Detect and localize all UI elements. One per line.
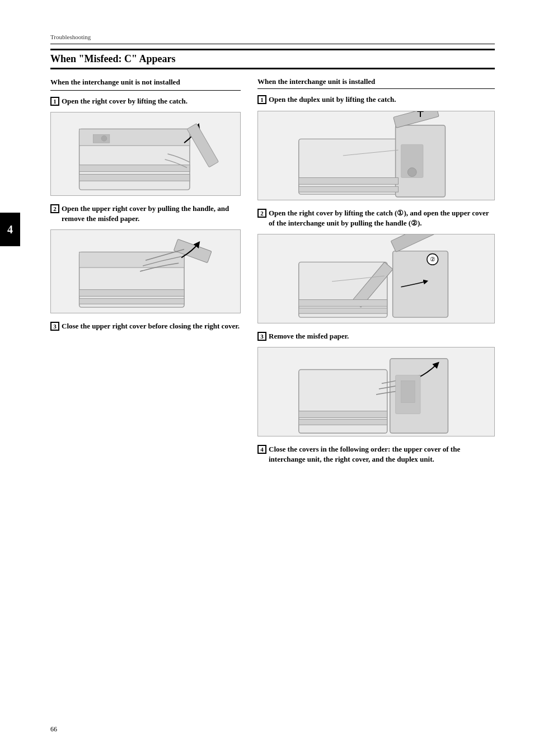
left-step-3: 3 Close the upper right cover before clo… — [50, 321, 241, 331]
step-number-icon: 1 — [50, 97, 59, 106]
right-subsection-title: When the interchange unit is installed — [257, 77, 495, 89]
step-number-3-icon: 3 — [50, 322, 59, 331]
svg-rect-23 — [393, 251, 448, 318]
svg-rect-11 — [79, 298, 184, 304]
right-step-1: 1 Open the duplex unit by lifting the ca… — [257, 95, 495, 105]
left-illus-1-svg — [51, 112, 240, 195]
left-illustration-1 — [50, 112, 241, 196]
step-3-text: Close the upper right cover before closi… — [62, 321, 241, 331]
step-2-text: Open the upper right cover by pulling th… — [62, 204, 241, 224]
left-step-1: 1 Open the right cover by lifting the ca… — [50, 96, 241, 106]
right-illustration-2: ① ② — [257, 234, 495, 323]
svg-point-18 — [407, 167, 416, 176]
svg-rect-2 — [79, 174, 190, 181]
right-illus-1-svg — [258, 111, 494, 200]
right-column: When the interchange unit is installed 1… — [257, 77, 495, 470]
svg-rect-10 — [79, 290, 184, 297]
right-step-3: 3 Remove the misfed paper. — [257, 331, 495, 341]
svg-text:②: ② — [430, 256, 435, 262]
left-subsection-title: When the interchange unit is not install… — [50, 77, 241, 90]
right-step-3-icon: 3 — [257, 332, 266, 341]
right-step-4-text: Close the covers in the following order:… — [269, 444, 495, 464]
step-1-text: Open the right cover by lifting the catc… — [62, 96, 241, 106]
svg-rect-28 — [299, 308, 387, 313]
step-number-2-icon: 2 — [50, 204, 59, 213]
svg-rect-15 — [299, 177, 399, 184]
right-step-2-text: Open the right cover by lifting the catc… — [269, 208, 495, 228]
page-container: Troubleshooting 4 When "Misfeed: C" Appe… — [0, 0, 534, 756]
right-illus-2-svg: ① ② — [258, 234, 494, 323]
left-column: When the interchange unit is not install… — [50, 77, 241, 470]
right-step-4-icon: 4 — [257, 445, 266, 454]
right-illus-3-svg — [258, 348, 494, 436]
right-step-2-icon: 2 — [257, 209, 266, 218]
right-step-3-text: Remove the misfed paper. — [269, 331, 495, 341]
section-title: When "Misfeed: C" Appears — [50, 49, 495, 69]
left-illus-2-svg — [51, 230, 240, 313]
chapter-tab: 4 — [0, 213, 20, 246]
svg-rect-32 — [299, 420, 387, 425]
breadcrumb: Troubleshooting — [50, 34, 495, 44]
breadcrumb-text: Troubleshooting — [50, 34, 91, 40]
svg-rect-24 — [391, 234, 441, 252]
right-illustration-3 — [257, 347, 495, 436]
svg-rect-12 — [299, 139, 399, 194]
right-step-2: 2 Open the right cover by lifting the ca… — [257, 208, 495, 228]
svg-rect-16 — [299, 186, 399, 192]
right-step-1-icon: 1 — [257, 95, 266, 104]
right-step-4: 4 Close the covers in the following orde… — [257, 444, 495, 464]
svg-rect-27 — [299, 299, 387, 306]
svg-rect-31 — [299, 411, 387, 418]
page-number: 66 — [50, 725, 57, 734]
right-step-1-text: Open the duplex unit by lifting the catc… — [269, 95, 495, 105]
main-content: When the interchange unit is not install… — [50, 77, 495, 470]
svg-rect-4 — [187, 123, 219, 167]
left-illustration-2 — [50, 229, 241, 313]
svg-rect-8 — [79, 252, 184, 268]
svg-rect-1 — [79, 165, 190, 171]
svg-point-6 — [101, 135, 107, 141]
chapter-number: 4 — [7, 223, 13, 236]
left-step-2: 2 Open the upper right cover by pulling … — [50, 204, 241, 224]
svg-rect-34 — [401, 381, 415, 403]
right-illustration-1 — [257, 111, 495, 200]
